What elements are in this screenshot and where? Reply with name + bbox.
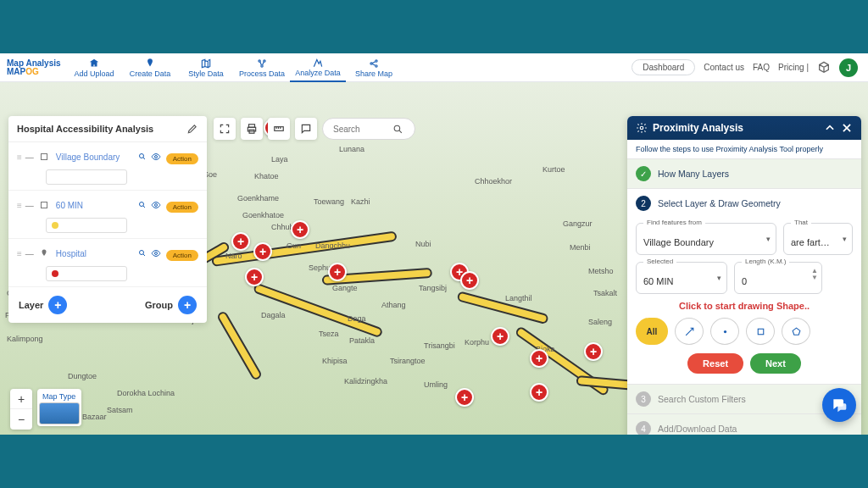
- step-1[interactable]: ✓ How Many Layers: [627, 158, 861, 188]
- ruler-button[interactable]: [268, 118, 290, 140]
- place-label: Toewang: [314, 197, 344, 206]
- collapse-icon[interactable]: —: [25, 152, 34, 162]
- layer-swatch[interactable]: [46, 266, 127, 281]
- collapse-icon[interactable]: —: [25, 201, 34, 210]
- layer-action-button[interactable]: Action: [166, 250, 198, 261]
- eye-icon[interactable]: [151, 152, 161, 162]
- hospital-marker[interactable]: +: [231, 232, 250, 251]
- place-label: Kalidzingkha: [344, 377, 387, 385]
- layer-row: ≡—HospitalAction: [8, 239, 207, 287]
- drag-handle[interactable]: ≡: [17, 249, 20, 258]
- layer-action-button[interactable]: Action: [166, 153, 198, 164]
- reset-button[interactable]: Reset: [687, 353, 743, 374]
- zoom-to-icon[interactable]: [137, 152, 147, 162]
- contact-link[interactable]: Contact us: [704, 63, 744, 72]
- hospital-marker[interactable]: +: [455, 388, 474, 407]
- gear-icon: [636, 122, 648, 134]
- proximity-body: Find features from Village Boundary ▾ Th…: [627, 218, 861, 384]
- print-button[interactable]: [241, 118, 263, 140]
- step-2[interactable]: 2 Select Layer & Draw Geometry: [627, 188, 861, 218]
- layer-swatch[interactable]: [46, 169, 127, 185]
- hospital-marker[interactable]: +: [328, 263, 347, 281]
- hospital-marker[interactable]: +: [245, 268, 264, 286]
- collapse-icon[interactable]: —: [25, 249, 34, 258]
- hospital-marker[interactable]: +: [291, 220, 309, 239]
- apps-icon[interactable]: [817, 61, 831, 75]
- comment-button[interactable]: [295, 118, 317, 140]
- svg-point-19: [640, 126, 643, 130]
- shape-polygon-button[interactable]: [782, 318, 810, 345]
- place-label: Langthil: [505, 294, 532, 302]
- hospital-marker[interactable]: +: [253, 242, 272, 261]
- drag-handle[interactable]: ≡: [17, 201, 20, 210]
- nav-share-map[interactable]: Share Map: [346, 53, 402, 82]
- hospital-marker[interactable]: +: [491, 327, 509, 346]
- layers-panel-header: Hospital Accessibility Analysis: [8, 116, 207, 142]
- shape-wand-button[interactable]: [675, 318, 704, 345]
- map-canvas[interactable]: LunanaKurtoeChhoekhorGoenkhameToewangKaz…: [0, 82, 868, 435]
- selected-select[interactable]: Selected 60 MIN ▾: [636, 262, 727, 294]
- layer-swatch[interactable]: [46, 218, 127, 233]
- nav-create-data[interactable]: Create Data: [122, 53, 178, 82]
- that-select[interactable]: That are fart… ▾: [783, 223, 853, 255]
- close-icon[interactable]: [841, 122, 853, 134]
- fullscreen-button[interactable]: [214, 118, 236, 140]
- chat-fab[interactable]: [822, 388, 856, 422]
- place-label: Trisangbi: [424, 341, 455, 350]
- faq-link[interactable]: FAQ: [753, 63, 770, 72]
- pricing-link[interactable]: Pricing |: [778, 63, 809, 72]
- collapse-icon[interactable]: [824, 122, 836, 134]
- edit-icon[interactable]: [186, 123, 198, 135]
- length-input[interactable]: Length (K.M.) 0 ▲▼: [734, 262, 822, 294]
- draw-hint: Click to start drawing Shape..: [636, 301, 853, 311]
- next-button[interactable]: Next: [750, 353, 801, 374]
- svg-point-4: [376, 59, 377, 61]
- main-nav: Add UploadCreate DataStyle DataProcess D…: [66, 53, 402, 82]
- shape-point-button[interactable]: [710, 318, 739, 345]
- nav-add-upload[interactable]: Add Upload: [66, 53, 122, 82]
- layer-action-button[interactable]: Action: [166, 202, 198, 213]
- place-label: Nubi: [415, 240, 431, 248]
- proximity-title: Proximity Analysis: [653, 122, 819, 134]
- place-label: Lunana: [339, 145, 364, 153]
- zoom-out-button[interactable]: −: [10, 409, 32, 430]
- shape-all-button[interactable]: All: [636, 318, 668, 345]
- layer-name[interactable]: Hospital: [56, 249, 132, 258]
- drag-handle[interactable]: ≡: [17, 152, 20, 162]
- hospital-marker[interactable]: +: [584, 342, 603, 361]
- layer-name[interactable]: 60 MIN: [56, 201, 132, 210]
- place-label: Korphu: [465, 338, 489, 347]
- hospital-marker[interactable]: +: [460, 271, 479, 290]
- add-group-button[interactable]: +: [178, 296, 197, 314]
- find-features-select[interactable]: Find features from Village Boundary ▾: [636, 223, 776, 255]
- hospital-marker[interactable]: +: [530, 349, 548, 368]
- eye-icon[interactable]: [151, 248, 161, 258]
- zoom-to-icon[interactable]: [137, 200, 147, 210]
- dashboard-link[interactable]: Dashboard: [632, 59, 695, 75]
- add-layer-button[interactable]: +: [48, 296, 67, 314]
- map-search[interactable]: [322, 118, 415, 140]
- nav-process-data[interactable]: Process Data: [234, 53, 290, 82]
- place-label: Tseza: [319, 330, 339, 338]
- nav-analyze-data[interactable]: Analyze Data: [290, 53, 346, 82]
- svg-point-15: [139, 202, 143, 207]
- search-input[interactable]: [333, 125, 392, 134]
- map-toolbar: [214, 118, 415, 140]
- eye-icon[interactable]: [151, 200, 161, 210]
- map-type-switcher[interactable]: Map Type: [37, 389, 81, 426]
- app-header: Map Analysis MAPOG Add UploadCreate Data…: [0, 53, 868, 82]
- svg-rect-14: [41, 202, 47, 208]
- shape-rect-button[interactable]: [746, 318, 775, 345]
- map-type-thumb: [39, 402, 80, 424]
- zoom-in-button[interactable]: +: [10, 389, 32, 409]
- user-avatar[interactable]: J: [839, 58, 858, 77]
- layer-name[interactable]: Village Boundary: [56, 152, 132, 162]
- svg-point-2: [261, 64, 263, 66]
- brand-logo[interactable]: Map Analysis MAPOG: [5, 59, 64, 76]
- nav-style-data[interactable]: Style Data: [178, 53, 234, 82]
- hospital-marker[interactable]: +: [530, 383, 548, 402]
- stepper-icon[interactable]: ▲▼: [811, 268, 818, 281]
- place-label: Dagala: [261, 311, 286, 319]
- place-label: Menbi: [570, 243, 591, 252]
- zoom-to-icon[interactable]: [137, 248, 147, 258]
